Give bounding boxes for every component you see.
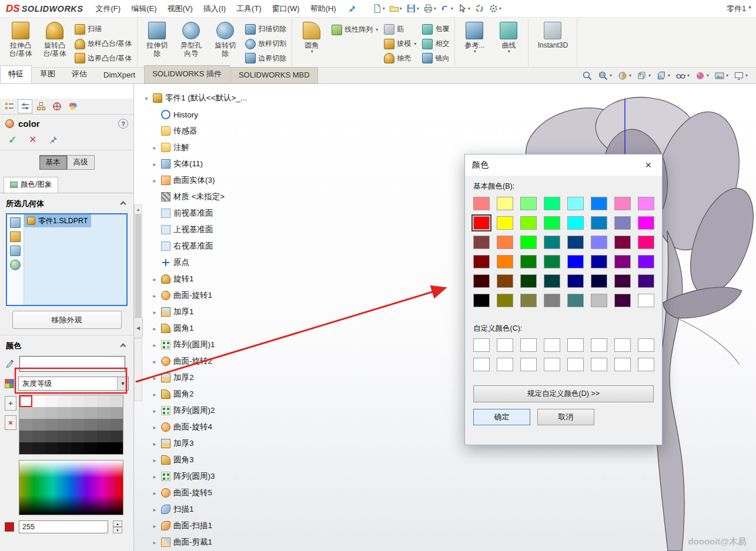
expander-icon[interactable]: ▸ — [151, 523, 158, 529]
basic-color-swatch[interactable] — [591, 216, 607, 230]
grayscale-swatch[interactable] — [45, 431, 58, 442]
tree-item-fillet[interactable]: ▸圆角1 — [143, 320, 290, 337]
advanced-mode-button[interactable]: 高级 — [67, 155, 95, 170]
tree-item-sensors[interactable]: 传感器 — [143, 123, 290, 139]
grayscale-swatch[interactable] — [32, 419, 45, 431]
apply-scene-icon[interactable]: ▾ — [714, 70, 728, 81]
basic-color-swatch[interactable] — [473, 294, 490, 307]
menu-edit[interactable]: 编辑(E) — [126, 0, 162, 17]
chevron-down-icon[interactable]: ▼ — [117, 377, 128, 390]
spin-down-icon[interactable]: ▼ — [113, 527, 122, 533]
expander-icon[interactable]: ▸ — [151, 177, 158, 184]
basic-color-swatch[interactable] — [497, 274, 513, 288]
rib-button[interactable]: 筋 — [382, 22, 419, 36]
section-view-icon[interactable]: ▾ — [617, 70, 631, 81]
grayscale-swatch[interactable] — [84, 431, 97, 442]
filter-solid-body-icon[interactable] — [10, 217, 21, 228]
basic-color-swatch[interactable] — [544, 294, 560, 307]
undo-icon[interactable]: ▾ — [439, 2, 454, 15]
basic-color-swatch[interactable] — [520, 274, 537, 288]
custom-color-swatch[interactable] — [638, 358, 654, 371]
basic-color-swatch[interactable] — [497, 197, 513, 210]
swept-cut-button[interactable]: 扫描切除 — [243, 22, 289, 36]
extruded-boss-button[interactable]: 拉伸凸台/基体 — [4, 19, 37, 65]
basic-color-swatch[interactable] — [591, 255, 607, 268]
curves-button[interactable]: 曲线▾ — [492, 19, 525, 65]
hole-wizard-button[interactable]: 异型孔向导 — [175, 19, 208, 65]
basic-color-swatch[interactable] — [638, 236, 654, 249]
swept-boss-button[interactable]: 扫描 — [72, 22, 134, 36]
grayscale-swatch[interactable] — [110, 395, 123, 407]
boundary-cut-button[interactable]: 边界切除 — [243, 51, 289, 65]
grayscale-swatch[interactable] — [19, 442, 32, 454]
fillet-button[interactable]: 圆角▾ — [295, 19, 328, 65]
custom-color-swatch[interactable] — [520, 338, 537, 352]
basic-color-swatch[interactable] — [638, 274, 654, 288]
grayscale-swatch[interactable] — [32, 407, 45, 419]
basic-color-swatch[interactable] — [614, 197, 631, 210]
grayscale-swatch[interactable] — [32, 442, 45, 454]
grayscale-swatch[interactable] — [71, 407, 84, 419]
expander-icon[interactable]: ▸ — [151, 161, 158, 167]
grayscale-swatch[interactable] — [110, 419, 123, 431]
grayscale-swatch[interactable] — [97, 431, 110, 442]
grayscale-swatch[interactable] — [32, 431, 45, 442]
basic-color-swatch[interactable] — [497, 255, 513, 268]
view-orientation-icon[interactable]: ▾ — [637, 70, 651, 81]
basic-color-swatch[interactable] — [497, 236, 513, 249]
custom-color-swatch[interactable] — [497, 338, 513, 352]
basic-color-swatch[interactable] — [638, 255, 654, 268]
tab-dimxpert[interactable]: DimXpert — [95, 67, 143, 83]
expander-icon[interactable]: ▸ — [151, 375, 158, 381]
open-icon[interactable]: ▾ — [388, 2, 403, 15]
basic-mode-button[interactable]: 基本 — [39, 155, 67, 170]
basic-color-swatch[interactable] — [544, 274, 560, 288]
basic-color-swatch[interactable] — [638, 197, 654, 210]
save-icon[interactable]: ▾ — [405, 2, 420, 15]
basic-color-swatch[interactable] — [473, 255, 490, 268]
custom-color-swatch[interactable] — [473, 358, 490, 371]
new-document-icon[interactable]: ▾ — [371, 2, 386, 15]
cancel-x-icon[interactable]: ✕ — [29, 135, 36, 145]
scroll-up-icon[interactable]: ▴ — [135, 205, 142, 213]
menu-file[interactable]: 文件(F) — [91, 0, 126, 17]
basic-color-swatch[interactable] — [544, 216, 560, 230]
tab-addins[interactable]: SOLIDWORKS 插件 — [144, 65, 230, 83]
delete-swatch-icon[interactable]: × — [5, 415, 16, 430]
boundary-boss-button[interactable]: 边界凸台/基体 — [72, 51, 134, 65]
options-gear-icon[interactable]: ▾ — [487, 2, 503, 15]
menu-help[interactable]: 帮助(H) — [305, 0, 342, 17]
basic-color-swatch[interactable] — [497, 294, 513, 307]
zoom-area-icon[interactable]: ▾ — [598, 70, 612, 81]
grayscale-swatch[interactable] — [32, 395, 45, 407]
feature-manager-tab-icon[interactable] — [2, 99, 16, 113]
basic-color-swatch[interactable] — [520, 197, 537, 210]
basic-color-swatch[interactable] — [614, 294, 631, 307]
custom-color-swatch[interactable] — [567, 358, 584, 371]
tree-item-origin[interactable]: 原点 — [143, 254, 290, 271]
tree-item-sweep[interactable]: ▸扫描1 — [143, 501, 290, 518]
custom-color-swatch[interactable] — [591, 338, 607, 352]
basic-color-swatch[interactable] — [520, 216, 537, 230]
select-cursor-icon[interactable]: ▾ — [456, 2, 471, 15]
panel-scrollbar[interactable]: ▴ — [134, 204, 142, 401]
property-manager-tab-icon[interactable] — [18, 99, 32, 113]
ok-button[interactable]: 确定 — [473, 409, 530, 425]
remove-appearance-button[interactable]: 移除外观 — [12, 311, 122, 329]
expander-icon[interactable]: ▾ — [143, 95, 150, 102]
basic-color-swatch[interactable] — [567, 255, 584, 268]
tab-mbd[interactable]: SOLIDWORKS MBD — [230, 67, 318, 83]
custom-color-swatch[interactable] — [638, 338, 654, 352]
eyedropper-icon[interactable] — [5, 359, 15, 369]
tab-features[interactable]: 特征 — [0, 65, 32, 83]
basic-color-swatch[interactable] — [473, 216, 490, 230]
tree-item-circular-pattern[interactable]: ▸阵列(圆周)3 — [143, 468, 290, 485]
tree-item-solid-folder[interactable]: ▸实体(11) — [143, 156, 290, 172]
tree-item-surface-folder[interactable]: ▸曲面实体(3) — [143, 172, 290, 189]
expander-icon[interactable]: ▸ — [151, 342, 158, 348]
custom-color-swatch[interactable] — [520, 358, 537, 371]
draft-button[interactable]: 拔模▾ — [382, 37, 419, 51]
custom-color-swatch[interactable] — [567, 338, 584, 352]
view-settings-icon[interactable]: ▾ — [734, 70, 748, 81]
close-icon[interactable]: × — [641, 160, 655, 170]
